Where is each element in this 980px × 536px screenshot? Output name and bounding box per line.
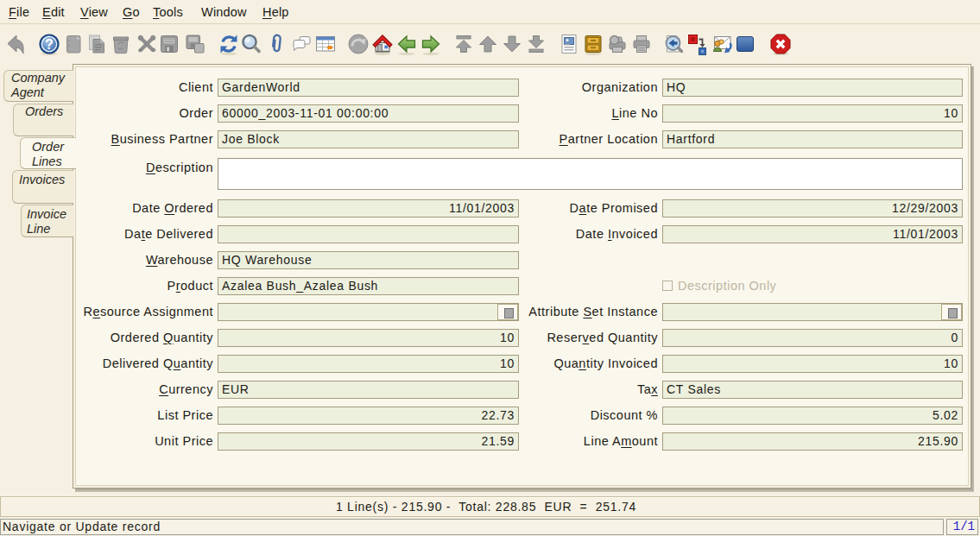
svg-text:?: ? xyxy=(45,37,54,52)
